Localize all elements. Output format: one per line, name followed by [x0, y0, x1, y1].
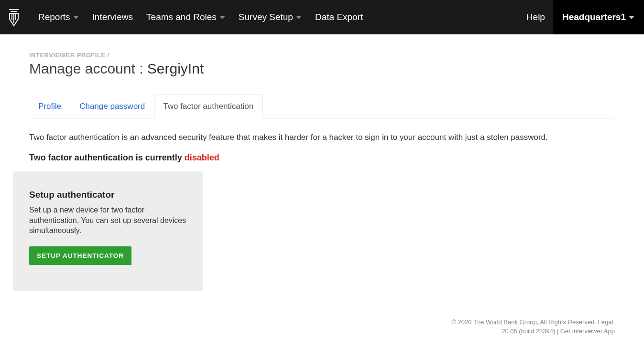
- tab-profile[interactable]: Profile: [29, 95, 70, 118]
- top-nav: Reports Interviews Teams and Roles Surve…: [0, 0, 644, 34]
- nav-data-export[interactable]: Data Export: [308, 0, 370, 34]
- footer-rights: , All Rights Reserved.: [537, 318, 598, 326]
- page-title-username: SergiyInt: [147, 61, 204, 76]
- tabs: Profile Change password Two factor authe…: [29, 94, 615, 118]
- tab-change-password[interactable]: Change password: [70, 95, 154, 118]
- status-prefix: Two factor authentication is currently: [29, 153, 185, 162]
- nav-items: Reports Interviews Teams and Roles Surve…: [32, 0, 519, 34]
- main-container: INTERVIEWER PROFILE / Manage account : S…: [29, 34, 615, 291]
- nav-reports[interactable]: Reports: [32, 0, 86, 34]
- setup-authenticator-card: Setup authenticator Set up a new device …: [13, 171, 203, 291]
- setup-authenticator-button[interactable]: SETUP AUTHENTICATOR: [29, 246, 131, 265]
- nav-label: Help: [526, 12, 545, 22]
- footer: © 2020 The World Bank Group, All Rights …: [29, 318, 615, 339]
- footer-org-link[interactable]: The World Bank Group: [473, 318, 537, 326]
- nav-interviews[interactable]: Interviews: [86, 0, 140, 34]
- nav-right: Help Headquarters1: [519, 0, 644, 34]
- card-body: Set up a new device for two factor authe…: [29, 205, 186, 236]
- footer-version: 20.05 (build 28394) |: [502, 328, 560, 335]
- nav-label: Interviews: [92, 12, 133, 22]
- survey-logo-icon: [8, 8, 20, 27]
- tab-two-factor[interactable]: Two factor authentication: [154, 95, 262, 118]
- nav-label: Teams and Roles: [146, 12, 217, 22]
- nav-label: Data Export: [315, 12, 363, 22]
- caret-down-icon: [296, 16, 302, 19]
- page-title-prefix: Manage account :: [29, 61, 147, 76]
- breadcrumb: INTERVIEWER PROFILE /: [29, 52, 615, 59]
- footer-legal-link[interactable]: Legal: [598, 318, 613, 326]
- caret-down-icon: [629, 16, 634, 19]
- nav-label: Reports: [38, 12, 70, 22]
- nav-account[interactable]: Headquarters1: [553, 0, 644, 34]
- page-title: Manage account : SergiyInt: [29, 61, 615, 77]
- nav-label: Survey Setup: [239, 12, 293, 22]
- caret-down-icon: [219, 16, 225, 19]
- logo[interactable]: [8, 8, 20, 27]
- nav-survey-setup[interactable]: Survey Setup: [232, 0, 308, 34]
- caret-down-icon: [73, 16, 79, 19]
- status-value: disabled: [185, 153, 219, 162]
- card-title: Setup authenticator: [29, 190, 186, 200]
- two-factor-description: Two factor authentication is an advanced…: [29, 133, 615, 142]
- footer-copyright: © 2020: [451, 318, 473, 326]
- nav-help[interactable]: Help: [519, 0, 553, 34]
- account-name: Headquarters1: [562, 12, 626, 22]
- footer-app-link[interactable]: Get Interviewer App: [560, 328, 615, 335]
- nav-teams-and-roles[interactable]: Teams and Roles: [140, 0, 232, 34]
- two-factor-status: Two factor authentication is currently d…: [29, 153, 615, 163]
